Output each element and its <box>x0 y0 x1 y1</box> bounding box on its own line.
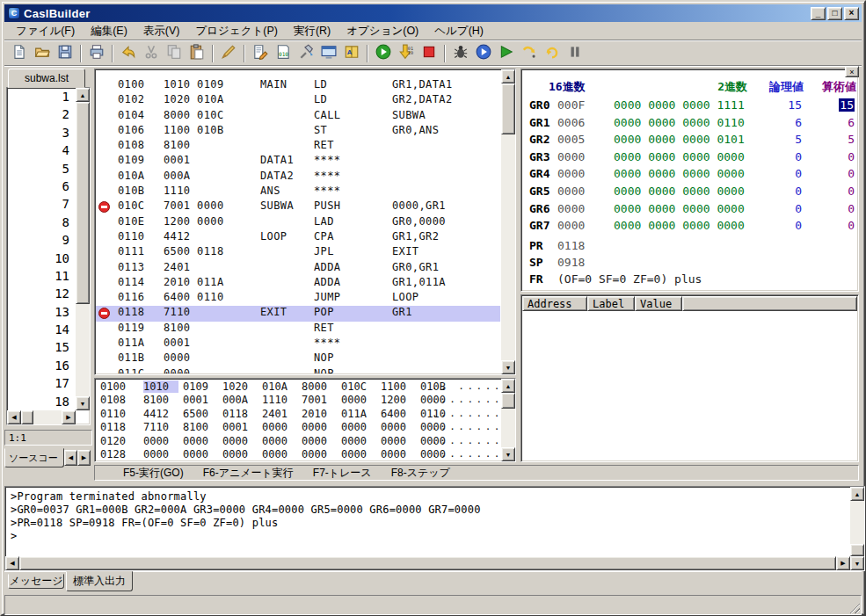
memory-word[interactable]: 000A <box>222 394 258 406</box>
copy-button[interactable] <box>163 43 186 64</box>
scroll-down-button[interactable]: ▼ <box>76 396 90 410</box>
cut-button[interactable] <box>140 43 163 64</box>
tab-scroll-left-button[interactable]: ◀ <box>64 450 77 466</box>
output-console[interactable]: >Program terminated abnormally>GR0=0037 … <box>4 486 865 571</box>
scroll-left-button[interactable]: ◀ <box>7 410 21 424</box>
close-button[interactable]: × <box>844 7 859 20</box>
memory-word[interactable]: 0000 <box>222 448 258 460</box>
tab-source-code[interactable]: ソースコー <box>4 448 64 467</box>
watch-column-label[interactable]: Label <box>587 296 635 311</box>
register-arith-value[interactable]: 0 <box>786 202 855 215</box>
scrollbar-thumb[interactable] <box>850 544 864 556</box>
scrollbar-thumb[interactable] <box>501 83 515 134</box>
menu-item-2[interactable]: 表示(V) <box>135 22 188 40</box>
line-number[interactable]: 15 <box>7 340 75 358</box>
breakpoint-icon[interactable] <box>98 201 110 213</box>
new-file-button[interactable] <box>8 43 31 64</box>
line-number[interactable]: 1 <box>7 90 75 107</box>
memory-word[interactable]: 0000 <box>381 421 416 433</box>
code-row[interactable]: 01166400 0110JUMPLOOP <box>96 291 500 306</box>
menu-item-3[interactable]: プロジェクト(P) <box>187 22 285 40</box>
build-button[interactable] <box>295 43 317 64</box>
menu-item-4[interactable]: 実行(R) <box>286 22 338 40</box>
menu-item-6[interactable]: ヘルプ(H) <box>426 22 491 40</box>
memory-word[interactable]: 0118 <box>222 408 258 420</box>
register-arith-value[interactable]: 5 <box>786 133 855 146</box>
register-hex-value[interactable]: 0006 <box>557 116 585 129</box>
memory-word[interactable]: 6500 <box>183 408 218 420</box>
register-hex-value[interactable]: 0000 <box>557 202 585 215</box>
memory-word[interactable]: 0000 <box>143 448 178 460</box>
debug-button[interactable] <box>449 43 472 64</box>
memory-word[interactable]: 2010 <box>302 408 337 420</box>
assemble-brush-button[interactable] <box>217 43 240 64</box>
memory-word[interactable]: 0000 <box>341 421 376 433</box>
edit-source-button[interactable] <box>249 43 272 64</box>
line-number[interactable]: 9 <box>7 233 75 250</box>
code-row[interactable]: 010C7001 0000SUBWAPUSH0000,GR1 <box>96 199 500 214</box>
scroll-right-button[interactable]: ▶ <box>836 556 850 570</box>
register-value[interactable]: 0118 <box>557 239 585 252</box>
memory-row[interactable]: 010881000001000A11107001000012000000....… <box>96 394 500 407</box>
step-in-button[interactable] <box>518 43 541 64</box>
register-hex-value[interactable]: 0005 <box>557 133 585 146</box>
line-number[interactable]: 16 <box>7 359 75 376</box>
line-number[interactable]: 2 <box>7 107 75 125</box>
memory-row[interactable]: 012800000000000000000000000000000000....… <box>96 448 500 460</box>
scroll-down-button[interactable]: ▼ <box>501 360 515 374</box>
scroll-up-button[interactable]: ▲ <box>501 69 515 83</box>
code-row[interactable]: 011A0001**** <box>96 337 500 351</box>
scroll-left-button[interactable]: ◀ <box>5 556 19 570</box>
memory-word[interactable]: 7001 <box>302 394 337 406</box>
memory-row[interactable]: 011044126500011824012010011A64000110....… <box>96 408 500 421</box>
scroll-right-button[interactable]: ▶ <box>62 410 76 424</box>
continue-button[interactable] <box>472 43 495 64</box>
memory-word[interactable]: 1010 <box>143 380 178 393</box>
watch-column-value[interactable]: Value <box>635 296 682 311</box>
memory-row[interactable]: 012000000000000000000000000000000000....… <box>96 435 500 448</box>
code-row[interactable]: 01021020 010ALDGR2,DATA2 <box>96 93 500 108</box>
memory-word[interactable]: 0000 <box>302 421 337 433</box>
source-line-list[interactable]: 12345678910111213141516171819 ▲ ▼ ◀ ▶ <box>6 87 91 425</box>
memory-word[interactable]: 011A <box>341 408 376 420</box>
scroll-down-button[interactable]: ▼ <box>501 447 515 461</box>
memory-word[interactable]: 0000 <box>262 435 297 447</box>
scroll-down-button[interactable]: ▼ <box>850 556 864 570</box>
memory-row[interactable]: 0100101001091020010A8000010C1100010B.. .… <box>96 380 500 394</box>
code-row[interactable]: 01142010 011AADDAGR1,011A <box>96 276 500 291</box>
watch-column-address[interactable]: Address <box>522 296 587 311</box>
scrollbar-thumb[interactable] <box>76 102 90 304</box>
memory-word[interactable]: 8000 <box>302 380 337 393</box>
load-program-button[interactable]: 0110 <box>395 43 418 64</box>
code-row[interactable]: 010B1110ANS**** <box>96 185 500 199</box>
memory-word[interactable]: 2401 <box>262 408 297 420</box>
memory-word[interactable]: 0000 <box>262 448 297 460</box>
line-number[interactable]: 8 <box>7 215 75 233</box>
register-hex-value[interactable]: 0000 <box>557 167 585 180</box>
scrollbar-thumb[interactable] <box>19 556 836 570</box>
open-file-button[interactable] <box>31 43 54 64</box>
minimize-button[interactable]: _ <box>811 7 826 20</box>
memory-word[interactable]: 1110 <box>262 394 297 406</box>
tab-messages[interactable]: メッセージ <box>8 574 64 589</box>
print-button[interactable] <box>85 43 108 64</box>
memory-word[interactable]: 0000 <box>341 448 376 460</box>
resize-grip[interactable] <box>848 602 860 613</box>
scroll-up-button[interactable]: ▲ <box>76 88 90 102</box>
memory-word[interactable]: 0000 <box>302 435 337 447</box>
tab-source-file[interactable]: subwa.lst <box>8 69 85 88</box>
memory-word[interactable]: 6400 <box>381 408 416 420</box>
line-number[interactable]: 5 <box>7 162 75 179</box>
scroll-up-button[interactable]: ▲ <box>850 487 864 501</box>
memory-word[interactable]: 4412 <box>143 408 178 420</box>
code-row[interactable]: 011C0000NOP <box>96 367 500 373</box>
memory-word[interactable]: 0000 <box>341 435 376 447</box>
paste-button[interactable] <box>186 43 208 64</box>
memory-word[interactable]: 0000 <box>183 435 218 447</box>
code-row[interactable]: 01104412LOOPCPAGR1,GR2 <box>96 230 500 245</box>
register-arith-value[interactable]: 0 <box>786 150 855 163</box>
line-number[interactable]: 13 <box>7 305 75 322</box>
code-row[interactable]: 01116500 0118JPLEXIT <box>96 245 500 260</box>
tab-scroll-right-button[interactable]: ▶ <box>77 450 91 466</box>
title-bar[interactable]: C CaslBuilder _ □ × <box>4 4 862 22</box>
